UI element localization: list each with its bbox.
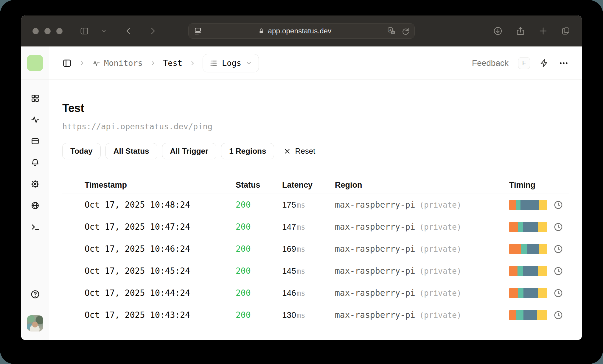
timing-segment (523, 266, 538, 276)
timing-segment (520, 200, 539, 210)
chevron-down-icon (245, 60, 252, 66)
sidebar-toggle-icon[interactable] (80, 27, 89, 35)
close-window-button[interactable] (32, 28, 39, 34)
timing-segment (516, 200, 520, 210)
sidebar-item-cli[interactable] (21, 216, 49, 238)
table-row[interactable]: Oct 17, 2025 10:44:24 200 146 ms max-ras… (62, 282, 569, 304)
monitor-endpoint-url: https://api.openstatus.dev/ping (62, 122, 569, 131)
timing-segment (539, 200, 547, 210)
latency-value: 146 (282, 288, 296, 298)
help-circle-icon (30, 290, 40, 299)
app-shell: Monitors Test (21, 46, 582, 340)
minimize-window-button[interactable] (44, 28, 51, 34)
row-latency: 130 ms (282, 310, 335, 320)
row-latency: 169 ms (282, 244, 335, 254)
timing-segment (538, 222, 547, 232)
breadcrumb-bar: Monitors Test (49, 46, 582, 80)
filter-trigger-button[interactable]: All Trigger (162, 143, 217, 159)
clock-icon[interactable] (553, 244, 563, 254)
activity-icon (31, 115, 40, 124)
sidebar-item-monitors[interactable] (21, 109, 49, 130)
clock-icon[interactable] (553, 288, 563, 298)
breadcrumb-item-monitor-name[interactable]: Test (163, 58, 182, 68)
latency-unit: ms (297, 289, 305, 298)
ellipsis-icon (559, 58, 569, 68)
clock-icon[interactable] (553, 310, 563, 320)
timing-segment (523, 288, 538, 298)
page-content: Test https://api.openstatus.dev/ping Tod… (49, 80, 582, 340)
row-latency: 145 ms (282, 266, 335, 276)
browser-icon (31, 137, 40, 146)
sidebar-item-domains[interactable] (21, 195, 49, 216)
more-options-button[interactable] (559, 58, 569, 68)
region-visibility: (private) (419, 267, 461, 276)
logs-page-selector[interactable]: Logs (203, 54, 259, 72)
page-format-icon[interactable] (193, 27, 202, 35)
breadcrumb-label: Logs (222, 58, 241, 68)
share-icon[interactable] (516, 26, 525, 36)
downloads-icon[interactable] (493, 26, 503, 36)
sidebar-item-notifications[interactable] (21, 152, 49, 173)
table-row[interactable]: Oct 17, 2025 10:46:24 200 169 ms max-ras… (62, 238, 569, 260)
breadcrumb-item-monitors[interactable]: Monitors (92, 58, 143, 68)
app-sidebar-toggle-icon[interactable] (62, 58, 72, 68)
feedback-button[interactable]: Feedback (472, 58, 509, 68)
table-row[interactable]: Oct 17, 2025 10:45:24 200 145 ms max-ras… (62, 260, 569, 282)
timing-bar (509, 222, 547, 232)
sidebar-chevron-down-icon[interactable] (101, 28, 107, 34)
row-timestamp: Oct 17, 2025 10:43:24 (85, 310, 236, 320)
filter-status-button[interactable]: All Status (105, 143, 157, 159)
reset-filters-button[interactable]: Reset (284, 147, 315, 156)
reload-icon[interactable] (401, 27, 410, 35)
row-timing (509, 288, 569, 298)
region-name: max-raspberry-pi (335, 244, 415, 254)
reset-label: Reset (295, 147, 315, 156)
sidebar-item-settings[interactable] (21, 173, 49, 195)
translate-icon[interactable]: A☆ (387, 27, 396, 35)
new-tab-icon[interactable] (538, 26, 548, 36)
main-area: Monitors Test (49, 46, 582, 340)
command-menu-button[interactable] (540, 58, 549, 68)
forward-button[interactable] (148, 27, 157, 35)
table-row[interactable]: Oct 17, 2025 10:47:24 200 147 ms max-ras… (62, 216, 569, 238)
workspace-logo[interactable] (27, 55, 43, 71)
activity-icon (92, 59, 100, 67)
row-region: max-raspberry-pi (private) (335, 222, 509, 232)
column-header-status: Status (236, 181, 282, 190)
clock-icon[interactable] (553, 266, 563, 276)
row-status-code: 200 (236, 310, 282, 320)
header-actions: Feedback F (472, 57, 569, 69)
address-bar[interactable]: app.openstatus.dev A☆ (188, 23, 415, 39)
region-visibility: (private) (419, 223, 461, 231)
latency-value: 145 (282, 266, 296, 276)
row-status-code: 200 (236, 266, 282, 276)
app-sidebar (21, 46, 49, 340)
filter-period-button[interactable]: Today (62, 143, 101, 159)
row-status-code: 200 (236, 222, 282, 232)
back-button[interactable] (124, 27, 133, 35)
terminal-icon (31, 223, 40, 231)
close-icon (284, 148, 291, 155)
table-row[interactable]: Oct 17, 2025 10:48:24 200 175 ms max-ras… (62, 194, 569, 216)
region-name: max-raspberry-pi (335, 200, 415, 210)
filter-regions-button[interactable]: 1 Regions (221, 143, 274, 159)
grid-icon (31, 94, 40, 103)
row-latency: 175 ms (282, 200, 335, 210)
clock-icon[interactable] (553, 222, 563, 232)
row-status-code: 200 (236, 200, 282, 210)
region-name: max-raspberry-pi (335, 310, 415, 320)
zoom-window-button[interactable] (56, 28, 63, 34)
table-row[interactable]: Oct 17, 2025 10:43:24 200 130 ms max-ras… (62, 304, 569, 326)
tab-overview-icon[interactable] (561, 26, 571, 36)
user-avatar[interactable] (27, 315, 43, 332)
sidebar-item-help[interactable] (30, 290, 40, 299)
sidebar-item-status-pages[interactable] (21, 130, 49, 152)
clock-icon[interactable] (553, 200, 563, 210)
sidebar-item-dashboard[interactable] (21, 88, 49, 109)
row-region: max-raspberry-pi (private) (335, 244, 509, 254)
page-title: Test (62, 102, 569, 115)
workspace-logo-cell (21, 46, 49, 80)
timing-segment (518, 222, 523, 232)
timing-bar (509, 200, 547, 210)
timing-segment (509, 222, 518, 232)
